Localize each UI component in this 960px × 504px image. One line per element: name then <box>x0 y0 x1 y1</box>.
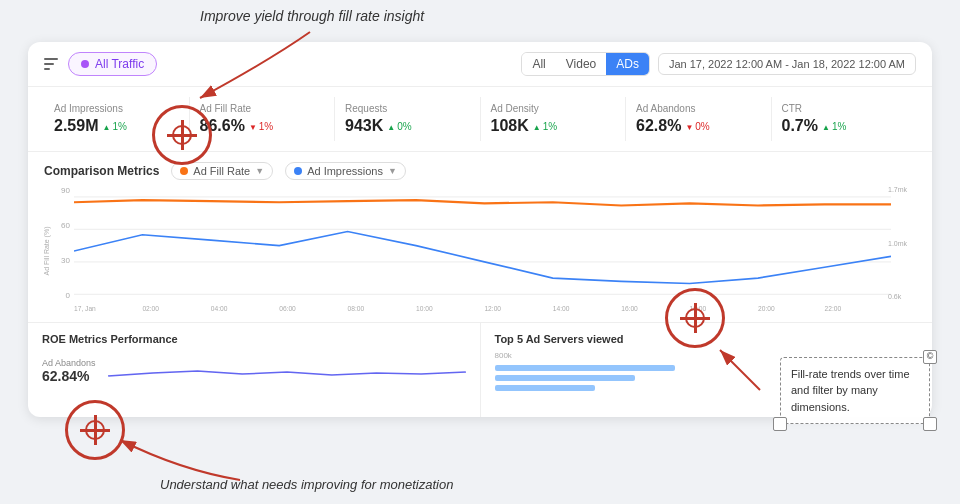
metric-ad-impressions: Ad Impressions 2.59M 1% <box>44 97 190 141</box>
y-left-0: 0 <box>66 291 70 300</box>
svg-text:04:00: 04:00 <box>211 304 228 313</box>
metric-value-1: 86.6% <box>200 117 245 135</box>
tooltip-text: Fill-rate trends over time and filter by… <box>791 368 910 413</box>
tooltip-corner-bl <box>773 417 787 431</box>
legend-dot-blue <box>294 167 302 175</box>
metric-change-2: 0% <box>387 121 411 132</box>
chart-title: Comparison Metrics <box>44 164 159 178</box>
roe-panel-content: Ad Abandons 62.84% <box>42 351 466 391</box>
y-left-90: 90 <box>61 186 70 195</box>
roe-mini-chart <box>108 351 466 391</box>
chart-svg: 17, Jan 02:00 04:00 06:00 08:00 10:00 12… <box>74 186 891 316</box>
legend-impressions[interactable]: Ad Impressions ▼ <box>285 162 406 180</box>
y-axis-left-label: Ad Fill Rate (%) <box>43 226 50 275</box>
metric-change-1: 1% <box>249 121 273 132</box>
header-right: All Video ADs Jan 17, 2022 12:00 AM - Ja… <box>521 52 916 76</box>
header-bar: All Traffic All Video ADs Jan 17, 2022 1… <box>28 42 932 87</box>
metric-change-5: 1% <box>822 121 846 132</box>
svg-text:14:00: 14:00 <box>553 304 570 313</box>
svg-text:10:00: 10:00 <box>416 304 433 313</box>
annotation-top: Improve yield through fill rate insight <box>200 8 424 24</box>
legend-label-fill-rate: Ad Fill Rate <box>193 165 250 177</box>
svg-text:16:00: 16:00 <box>621 304 638 313</box>
metric-value-4: 62.8% <box>636 117 681 135</box>
metric-label-2: Requests <box>345 103 470 114</box>
metric-label-5: CTR <box>782 103 907 114</box>
svg-rect-18 <box>495 385 595 391</box>
tooltip-corner-tr: © <box>923 350 937 364</box>
svg-text:12:00: 12:00 <box>484 304 501 313</box>
metric-ad-density: Ad Density 108K 1% <box>481 97 627 141</box>
svg-text:06:00: 06:00 <box>279 304 296 313</box>
chart-area: 90 60 30 0 Ad Fill Rate (%) 17, Jan 02: <box>44 186 916 316</box>
traffic-label: All Traffic <box>95 57 144 71</box>
metric-ctr: CTR 0.7% 1% <box>772 97 917 141</box>
roe-metric-label: Ad Abandons <box>42 358 96 368</box>
svg-text:02:00: 02:00 <box>142 304 159 313</box>
roe-panel-title: ROE Metrics Performance <box>42 333 466 345</box>
legend-dot-orange <box>180 167 188 175</box>
roe-metrics-panel: ROE Metrics Performance Ad Abandons 62.8… <box>28 323 481 417</box>
svg-text:20:00: 20:00 <box>758 304 775 313</box>
metric-ad-abandons: Ad Abandons 62.8% 0% <box>626 97 772 141</box>
metric-label-4: Ad Abandons <box>636 103 761 114</box>
filter-button[interactable] <box>44 58 58 70</box>
tooltip-box: © Fill-rate trends over time and filter … <box>780 357 930 425</box>
y-right-2: 1.0mk <box>888 240 907 247</box>
legend-label-impressions: Ad Impressions <box>307 165 383 177</box>
tooltip-corner-br <box>923 417 937 431</box>
btn-all[interactable]: All <box>522 53 555 75</box>
y-left-30: 30 <box>61 256 70 265</box>
metric-change-4: 0% <box>685 121 709 132</box>
metric-change-3: 1% <box>533 121 557 132</box>
metric-label-3: Ad Density <box>491 103 616 114</box>
svg-text:08:00: 08:00 <box>348 304 365 313</box>
traffic-dot <box>81 60 89 68</box>
y-right-3: 0.6k <box>888 293 901 300</box>
y-right-1: 1.7mk <box>888 186 907 193</box>
date-range[interactable]: Jan 17, 2022 12:00 AM - Jan 18, 2022 12:… <box>658 53 916 75</box>
btn-ads[interactable]: ADs <box>606 53 649 75</box>
chart-header: Comparison Metrics Ad Fill Rate ▼ Ad Imp… <box>44 162 916 180</box>
svg-text:18:00: 18:00 <box>690 304 707 313</box>
btn-video[interactable]: Video <box>556 53 606 75</box>
y-left-60: 60 <box>61 221 70 230</box>
metrics-row: Ad Impressions 2.59M 1% Ad Fill Rate 86.… <box>28 87 932 152</box>
top-servers-chart <box>495 363 715 398</box>
traffic-filter[interactable]: All Traffic <box>68 52 157 76</box>
metric-change-0: 1% <box>102 121 126 132</box>
svg-text:22:00: 22:00 <box>824 304 841 313</box>
svg-rect-17 <box>495 375 635 381</box>
view-toggle: All Video ADs <box>521 52 650 76</box>
legend-fill-rate[interactable]: Ad Fill Rate ▼ <box>171 162 273 180</box>
metric-value-5: 0.7% <box>782 117 818 135</box>
metric-value-0: 2.59M <box>54 117 98 135</box>
svg-rect-16 <box>495 365 675 371</box>
svg-text:17, Jan: 17, Jan <box>74 304 96 313</box>
top-servers-title: Top 5 Ad Servers viewed <box>495 333 919 345</box>
filter-icon <box>44 58 58 70</box>
legend-dropdown-fill-rate: ▼ <box>255 166 264 176</box>
metric-requests: Requests 943K 0% <box>335 97 481 141</box>
annotation-bottom: Understand what needs improving for mone… <box>160 477 453 492</box>
legend-dropdown-impressions: ▼ <box>388 166 397 176</box>
metric-ad-fill-rate: Ad Fill Rate 86.6% 1% <box>190 97 336 141</box>
metric-label-0: Ad Impressions <box>54 103 179 114</box>
metric-value-3: 108K <box>491 117 529 135</box>
metric-value-2: 943K <box>345 117 383 135</box>
metric-label-1: Ad Fill Rate <box>200 103 325 114</box>
chart-section: Comparison Metrics Ad Fill Rate ▼ Ad Imp… <box>28 152 932 322</box>
roe-metric-value: 62.84% <box>42 368 96 384</box>
